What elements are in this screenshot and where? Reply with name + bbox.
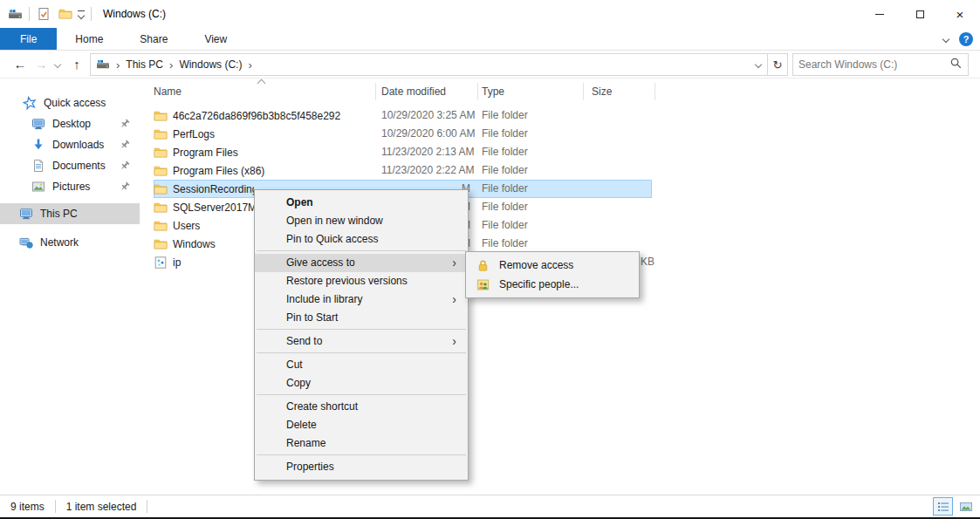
menu-item-copy[interactable]: Copy [255, 374, 468, 393]
column-header-date[interactable]: Date modified [381, 85, 446, 98]
submenu-item-remove-access[interactable]: Remove access [466, 256, 639, 275]
folder-icon [154, 219, 168, 233]
sidebar-item-quick-access[interactable]: Quick access [0, 92, 140, 113]
file-row[interactable]: Program Files 11/23/2020 2:13 AM File fo… [140, 143, 980, 161]
menu-item-delete[interactable]: Delete [255, 416, 468, 434]
up-arrow-icon[interactable]: ↑ [66, 51, 87, 78]
forward-arrow-icon[interactable]: → [31, 51, 51, 78]
ribbon-right-controls: ? [943, 28, 973, 51]
refresh-icon[interactable]: ↻ [768, 58, 787, 72]
properties-check-icon[interactable] [36, 7, 51, 22]
minimize-button[interactable] [860, 0, 900, 28]
folder-icon [154, 109, 168, 123]
menu-item-properties[interactable]: Properties [255, 458, 468, 476]
column-divider[interactable] [477, 83, 478, 100]
divider [147, 500, 147, 513]
people-icon [476, 278, 490, 291]
submenu-item-label: Specific people... [499, 278, 579, 290]
menu-item-create-shortcut[interactable]: Create shortcut [255, 398, 468, 416]
menu-item-send-to[interactable]: Send to› [255, 332, 468, 351]
file-type: File folder [482, 161, 579, 180]
divider [91, 7, 92, 21]
column-header-type[interactable]: Type [482, 85, 504, 98]
sidebar-item-this-pc[interactable]: This PC [0, 203, 140, 224]
breadcrumb-chevron-icon: › [169, 58, 173, 72]
column-header-size[interactable]: Size [592, 85, 612, 98]
menu-item-pin-to-start[interactable]: Pin to Start [255, 309, 468, 327]
breadcrumb-windows-c[interactable]: Windows (C:) [179, 58, 242, 71]
column-headers: Name Date modified Type Size [140, 79, 980, 105]
breadcrumb-chevron-icon: › [248, 58, 251, 72]
file-type: File folder [482, 216, 579, 235]
help-icon[interactable]: ? [959, 32, 973, 46]
sidebar-item-downloads[interactable]: Downloads [0, 134, 140, 155]
thumbnails-view-icon[interactable] [956, 497, 976, 516]
menu-item-label: Send to [286, 335, 322, 347]
address-dropdown-chevron-icon[interactable] [750, 62, 767, 67]
file-row[interactable]: 46c2a726da869f96b3b8c5f458e292 10/29/202… [140, 106, 980, 125]
menu-item-include-in-library[interactable]: Include in library› [255, 290, 468, 309]
sidebar-item-label: Downloads [52, 139, 104, 151]
sidebar-item-label: This PC [40, 208, 78, 220]
menu-item-pin-to-quick-access[interactable]: Pin to Quick access [255, 230, 468, 249]
tab-share[interactable]: Share [121, 28, 186, 50]
tab-home[interactable]: Home [57, 28, 121, 50]
menu-item-open[interactable]: Open [255, 194, 468, 212]
pin-icon[interactable] [119, 160, 131, 172]
column-divider[interactable] [375, 83, 376, 100]
file-name: PerfLogs [173, 128, 215, 140]
title-bar: Windows (C:) × [0, 0, 980, 28]
view-toggles [933, 497, 980, 516]
explorer-window: Windows (C:) × File Home Share View ? ← … [0, 0, 980, 519]
file-row[interactable]: Program Files (x86) 11/23/2020 2:22 AM F… [140, 161, 980, 180]
menu-item-open-in-new-window[interactable]: Open in new window [255, 212, 468, 230]
sidebar-item-network[interactable]: Network [0, 232, 140, 253]
folder-icon [154, 237, 168, 251]
menu-item-label: Include in library [286, 293, 362, 305]
submenu-arrow-icon: › [452, 254, 456, 272]
collapse-ribbon-chevron-icon[interactable] [942, 36, 949, 43]
address-box[interactable]: › This PC › Windows (C:) › ↻ [90, 53, 788, 76]
sidebar-item-documents[interactable]: Documents [0, 155, 140, 176]
folder-icon [154, 201, 168, 215]
network-icon [19, 236, 33, 249]
sidebar-item-label: Documents [52, 160, 106, 172]
menu-item-give-access-to[interactable]: Give access to› [255, 254, 468, 272]
folder-icon [154, 164, 168, 178]
sidebar-item-desktop[interactable]: Desktop [0, 113, 140, 134]
menu-item-cut[interactable]: Cut [255, 356, 468, 374]
recent-locations-chevron-icon[interactable] [51, 51, 65, 78]
sidebar-item-pictures[interactable]: Pictures [0, 176, 140, 197]
file-name: Users [173, 220, 200, 232]
search-input[interactable] [798, 58, 949, 71]
pin-icon[interactable] [119, 139, 131, 151]
pin-icon[interactable] [119, 118, 131, 130]
drive-icon [8, 7, 23, 22]
new-folder-icon[interactable] [58, 7, 72, 22]
maximize-button[interactable] [900, 0, 940, 28]
ribbon-tabs: File Home Share View ? [0, 28, 980, 51]
details-view-icon[interactable] [933, 497, 953, 516]
context-menu: Open Open in new window Pin to Quick acc… [254, 189, 469, 481]
search-icon[interactable] [949, 57, 963, 72]
column-header-name[interactable]: Name [154, 85, 182, 98]
file-name: Program Files [173, 147, 238, 159]
breadcrumb-this-pc[interactable]: This PC [126, 58, 163, 71]
file-type: File folder [482, 106, 579, 125]
column-divider[interactable] [583, 83, 584, 100]
close-button[interactable]: × [940, 0, 980, 28]
tab-file[interactable]: File [0, 28, 57, 50]
menu-item-restore-previous-versions[interactable]: Restore previous versions [255, 272, 468, 290]
back-arrow-icon[interactable]: ← [10, 51, 30, 78]
pin-icon[interactable] [119, 181, 131, 193]
column-divider[interactable] [654, 83, 655, 100]
downloads-icon [31, 138, 45, 152]
tab-view[interactable]: View [186, 28, 245, 50]
qat-dropdown-icon[interactable] [78, 10, 85, 18]
file-row[interactable]: PerfLogs 10/29/2020 6:00 AM File folder [140, 125, 980, 143]
quick-access-toolbar: Windows (C:) [0, 7, 166, 22]
folder-icon [154, 182, 168, 196]
submenu-item-specific-people[interactable]: Specific people... [466, 275, 639, 294]
menu-item-rename[interactable]: Rename [255, 434, 468, 453]
folder-icon [154, 146, 168, 160]
